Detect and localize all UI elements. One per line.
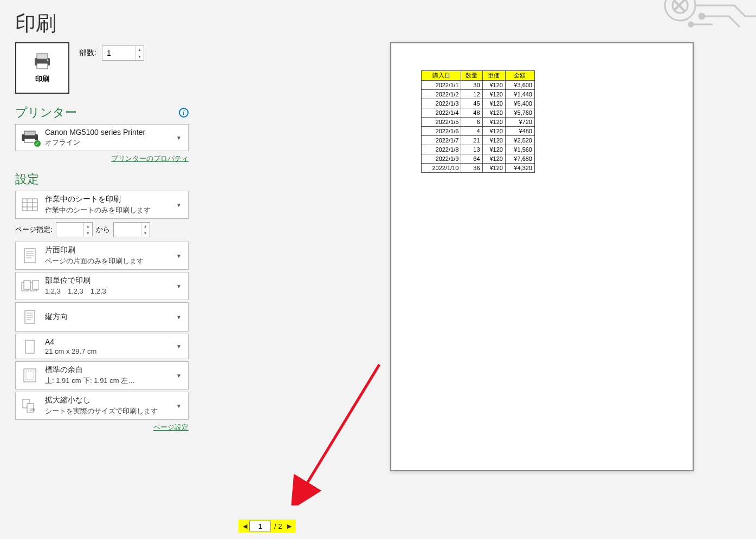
table-cell: 2022/1/1 bbox=[422, 81, 461, 90]
print-preview-area: 購入日数量単価金額 2022/1/130¥120¥3,6002022/1/212… bbox=[233, 42, 745, 517]
table-cell: ¥5,760 bbox=[505, 108, 534, 118]
print-what-primary: 作業中のシートを印刷 bbox=[45, 194, 169, 204]
table-cell: 48 bbox=[461, 108, 482, 118]
table-row: 2022/1/345¥120¥5,400 bbox=[422, 99, 535, 108]
duplex-select[interactable]: 片面印刷 ページの片面のみを印刷します ▼ bbox=[15, 242, 189, 270]
table-cell: ¥120 bbox=[482, 164, 505, 173]
table-cell: 2022/1/9 bbox=[422, 154, 461, 164]
settings-heading: 設定 bbox=[15, 171, 39, 187]
copies-spinner[interactable]: ▲ ▼ bbox=[102, 46, 144, 61]
table-cell: ¥120 bbox=[482, 108, 505, 118]
table-cell: ¥120 bbox=[482, 136, 505, 145]
page-range-to-label: から bbox=[96, 225, 110, 235]
table-cell: 4 bbox=[461, 127, 482, 136]
table-cell: 36 bbox=[461, 164, 482, 173]
total-pages-label: / 2 bbox=[271, 522, 285, 530]
down-arrow-icon[interactable]: ▼ bbox=[141, 230, 150, 237]
page-from-spinner[interactable]: ▲▼ bbox=[56, 222, 93, 237]
table-cell: ¥480 bbox=[505, 127, 534, 136]
chevron-down-icon: ▼ bbox=[174, 343, 184, 349]
table-cell: 2022/1/4 bbox=[422, 108, 461, 118]
table-row: 2022/1/964¥120¥7,680 bbox=[422, 154, 535, 164]
table-cell: ¥5,400 bbox=[505, 99, 534, 108]
paper-size-select[interactable]: A4 21 cm x 29.7 cm ▼ bbox=[15, 334, 189, 359]
copies-input[interactable] bbox=[102, 46, 135, 60]
collate-icon bbox=[21, 279, 39, 293]
margins-select[interactable]: 標準の余白 上: 1.91 cm 下: 1.91 cm 左… ▼ bbox=[15, 361, 189, 389]
margins-secondary: 上: 1.91 cm 下: 1.91 cm 左… bbox=[45, 376, 169, 386]
prev-page-button[interactable]: ◀ bbox=[241, 522, 249, 531]
svg-text:100: 100 bbox=[29, 408, 35, 411]
table-cell: ¥1,440 bbox=[505, 90, 534, 99]
table-row: 2022/1/212¥120¥1,440 bbox=[422, 90, 535, 99]
print-what-secondary: 作業中のシートのみを印刷します bbox=[45, 205, 169, 215]
table-cell: 30 bbox=[461, 81, 482, 90]
table-cell: 2022/1/2 bbox=[422, 90, 461, 99]
printer-icon bbox=[31, 53, 53, 70]
table-cell: 64 bbox=[461, 154, 482, 164]
page-to-input[interactable] bbox=[114, 223, 141, 237]
current-page-input[interactable] bbox=[249, 521, 271, 531]
scaling-primary: 拡大縮小なし bbox=[45, 395, 169, 405]
up-arrow-icon[interactable]: ▲ bbox=[84, 223, 92, 230]
table-row: 2022/1/130¥120¥3,600 bbox=[422, 81, 535, 90]
table-cell: ¥120 bbox=[482, 127, 505, 136]
printer-status: オフライン bbox=[45, 138, 169, 147]
table-row: 2022/1/721¥120¥2,520 bbox=[422, 136, 535, 145]
annotation-arrow-icon bbox=[287, 354, 396, 505]
next-page-button[interactable]: ▶ bbox=[285, 522, 294, 531]
orientation-primary: 縦方向 bbox=[45, 312, 169, 322]
collate-select[interactable]: 部単位で印刷 1,2,3 1,2,3 1,2,3 ▼ bbox=[15, 272, 189, 300]
table-row: 2022/1/64¥120¥480 bbox=[422, 127, 535, 136]
page-from-input[interactable] bbox=[56, 223, 83, 237]
duplex-icon bbox=[22, 248, 37, 264]
table-header: 金額 bbox=[505, 71, 534, 81]
table-row: 2022/1/448¥120¥5,760 bbox=[422, 108, 535, 118]
chevron-down-icon: ▼ bbox=[174, 253, 184, 259]
printer-name: Canon MG5100 series Printer bbox=[45, 128, 169, 137]
table-cell: ¥120 bbox=[482, 118, 505, 127]
margins-primary: 標準の余白 bbox=[45, 365, 169, 375]
page-title: 印刷 bbox=[15, 10, 741, 37]
page-to-spinner[interactable]: ▲▼ bbox=[113, 222, 150, 237]
svg-rect-14 bbox=[24, 281, 30, 289]
copies-up-arrow[interactable]: ▲ bbox=[135, 46, 144, 53]
paper-secondary: 21 cm x 29.7 cm bbox=[45, 347, 169, 355]
table-cell: ¥7,680 bbox=[505, 154, 534, 164]
print-what-select[interactable]: 作業中のシートを印刷 作業中のシートのみを印刷します ▼ bbox=[15, 191, 189, 219]
page-setup-link[interactable]: ページ設定 bbox=[153, 423, 189, 431]
table-cell: ¥4,320 bbox=[505, 164, 534, 173]
table-cell: ¥120 bbox=[482, 99, 505, 108]
table-cell: ¥1,560 bbox=[505, 145, 534, 154]
down-arrow-icon[interactable]: ▼ bbox=[84, 230, 92, 237]
table-cell: 6 bbox=[461, 118, 482, 127]
table-cell: 13 bbox=[461, 145, 482, 154]
printer-select[interactable]: ✓ Canon MG5100 series Printer オフライン ▼ bbox=[15, 124, 189, 151]
table-header: 単価 bbox=[482, 71, 505, 81]
svg-point-7 bbox=[47, 59, 49, 61]
svg-rect-16 bbox=[33, 281, 39, 289]
paper-primary: A4 bbox=[45, 337, 169, 346]
chevron-down-icon: ▼ bbox=[174, 202, 184, 208]
info-icon[interactable]: i bbox=[179, 108, 189, 118]
chevron-down-icon: ▼ bbox=[174, 135, 184, 141]
table-row: 2022/1/1036¥120¥4,320 bbox=[422, 164, 535, 173]
printer-properties-link[interactable]: プリンターのプロパティ bbox=[111, 154, 189, 163]
svg-rect-9 bbox=[24, 131, 35, 135]
table-cell: 2022/1/3 bbox=[422, 99, 461, 108]
printer-heading: プリンター bbox=[15, 105, 77, 121]
table-cell: ¥120 bbox=[482, 154, 505, 164]
print-button[interactable]: 印刷 bbox=[15, 42, 69, 94]
up-arrow-icon[interactable]: ▲ bbox=[141, 223, 150, 230]
scaling-select[interactable]: 100 拡大縮小なし シートを実際のサイズで印刷します ▼ bbox=[15, 392, 189, 420]
table-cell: 45 bbox=[461, 99, 482, 108]
svg-line-24 bbox=[303, 365, 379, 489]
table-header: 購入日 bbox=[422, 71, 461, 81]
svg-rect-18 bbox=[25, 340, 34, 353]
page-range-label: ページ指定: bbox=[15, 225, 53, 235]
chevron-down-icon: ▼ bbox=[174, 373, 184, 379]
copies-down-arrow[interactable]: ▼ bbox=[135, 53, 144, 60]
sheet-icon bbox=[22, 198, 38, 211]
table-cell: ¥120 bbox=[482, 90, 505, 99]
orientation-select[interactable]: 縦方向 ▼ bbox=[15, 302, 189, 332]
